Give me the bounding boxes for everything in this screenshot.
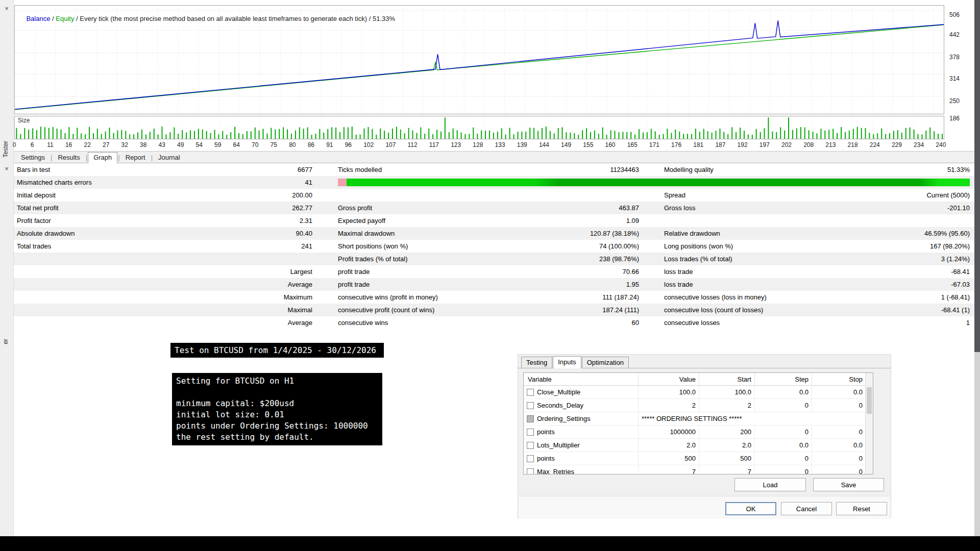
terminal-line: the rest setting by default. [176,432,378,443]
close-icon[interactable] [3,4,11,12]
input-variable-cell: points [524,452,639,465]
checkbox[interactable] [527,402,534,409]
bottom-black-bar [0,536,980,551]
tab-report[interactable]: Report [120,153,151,162]
close-icon[interactable] [3,164,11,172]
results-cell: Average [182,319,312,327]
expert-properties-dialog: TestingInputsOptimization VariableValueS… [518,354,891,518]
checkbox[interactable] [527,455,534,462]
results-cell: Total net profit [14,204,182,212]
input-start[interactable]: 2.0 [699,439,755,452]
results-cell: consecutive loss (count of losses) [664,306,827,314]
input-value[interactable]: 7 [639,465,699,474]
inputs-header-value: Value [639,373,699,385]
input-value[interactable]: 2 [639,399,699,412]
dialog-tab-inputs[interactable]: Inputs [553,356,581,368]
results-cell: Loss trades (% of total) [664,255,827,263]
input-variable-name: points [537,428,555,436]
dialog-footer [519,496,891,519]
dialog-tabs: TestingInputsOptimization [521,356,629,368]
input-step[interactable]: 0 [755,399,812,412]
input-start[interactable]: 200 [699,425,755,438]
input-stop[interactable]: 0 [812,399,866,412]
ok-button[interactable]: OK [725,502,776,515]
input-stop[interactable]: 0 [812,465,866,474]
inputs-scrollbar[interactable] [865,373,873,474]
results-cell: 1 [827,319,974,327]
x-axis-tick: 0 [11,141,17,148]
results-cell: Long positions (won %) [664,242,827,250]
input-value[interactable]: 1000000 [639,425,699,438]
input-variable-cell: Lots_Multiplier [524,439,639,452]
tab-settings[interactable]: Settings [16,153,50,162]
legend-separator: / [50,15,56,22]
results-cell: profit trade [338,281,511,288]
x-axis-tick: 155 [583,141,593,148]
results-cell: 90.40 [182,230,312,237]
results-row: Initial deposit200.00SpreadCurrent (5000… [14,189,974,202]
results-cell: Largest [182,268,312,276]
checkbox[interactable] [527,415,534,422]
x-axis-tick: 11 [47,141,53,148]
input-step[interactable]: 0.0 [755,439,812,452]
y-axis-tick: 378 [949,54,960,61]
input-start[interactable]: 500 [699,452,755,465]
tester-vertical-label: Tester [2,141,9,158]
input-step[interactable]: 0 [755,465,812,474]
x-axis-tick: 133 [495,141,505,148]
checkbox[interactable] [527,468,534,475]
input-step[interactable]: 0 [755,452,812,465]
balance-equity-chart[interactable]: Balance / Equity / Every tick (the most … [14,5,944,114]
results-cell: Ticks modelled [338,166,511,173]
input-value[interactable]: 500 [639,452,699,465]
tab-graph[interactable]: Graph [88,152,117,164]
chart-legend: Balance / Equity / Every tick (the most … [19,7,395,30]
input-start[interactable]: 2 [699,399,755,412]
input-value[interactable]: 100.0 [639,386,699,398]
input-variable-cell: points [524,425,639,438]
window-scrollbar-track[interactable] [974,352,980,536]
input-start[interactable]: 100.0 [699,386,755,398]
x-axis-tick: 102 [363,141,374,148]
results-cell: Mismatched charts errors [14,179,182,186]
input-stop[interactable]: 0 [812,452,866,465]
results-cell: 111 (187.24) [511,293,639,301]
tab-journal[interactable]: Journal [153,153,185,162]
results-cell: 1.09 [511,217,639,224]
results-cell: Total trades [14,242,182,250]
results-cell: -67.03 [827,281,974,288]
window-scrollbar[interactable] [974,0,980,352]
save-button[interactable]: Save [813,478,884,491]
results-cell: loss trade [664,281,827,288]
y-axis-tick: 186 [949,115,960,122]
input-stop[interactable]: 0 [812,425,866,438]
results-cell: 1 (-68.41) [827,293,974,301]
input-step[interactable]: 0 [755,425,812,438]
load-button[interactable]: Load [734,478,806,491]
checkbox[interactable] [527,442,534,449]
input-stop[interactable]: 0.0 [812,386,866,398]
x-axis-tick: 176 [671,141,681,148]
tab-results[interactable]: Results [53,153,85,162]
x-axis-tick: 240 [936,141,946,148]
legend-equity-label: Equity [56,15,74,22]
results-row: Maximalconsecutive profit (count of wins… [14,304,974,316]
y-axis-tick: 506 [949,11,960,18]
tab-separator: | [151,154,153,161]
dialog-tab-testing[interactable]: Testing [521,357,552,368]
inputs-scrollbar-thumb[interactable] [867,387,872,414]
checkbox[interactable] [527,429,534,436]
input-stop[interactable]: 0.0 [812,439,866,452]
x-axis-tick: 59 [214,141,221,148]
input-start[interactable]: 7 [699,465,755,474]
cancel-button[interactable]: Cancel [781,502,832,515]
reset-button[interactable]: Reset [836,502,887,515]
results-cell: Maximum [182,293,312,301]
input-value[interactable]: 2.0 [639,439,699,452]
input-step[interactable]: 0.0 [755,386,812,398]
legend-separator: / [74,15,80,22]
x-axis-tick: 197 [760,141,770,148]
inputs-table: VariableValueStartStepStop Close_Multipl… [523,372,873,474]
dialog-tab-optimization[interactable]: Optimization [582,357,629,368]
checkbox[interactable] [527,389,534,396]
